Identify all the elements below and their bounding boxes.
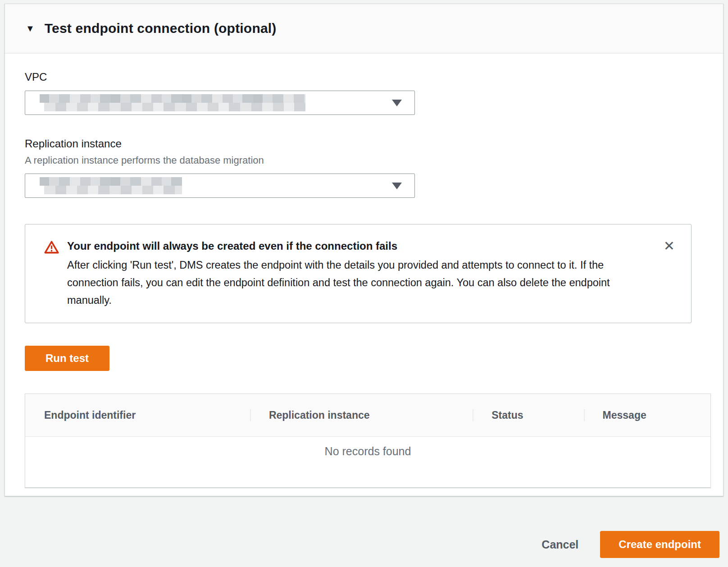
run-test-button[interactable]: Run test (25, 346, 109, 371)
replication-instance-description: A replication instance performs the data… (25, 155, 703, 166)
section-header[interactable]: ▼ Test endpoint connection (optional) (5, 4, 723, 54)
test-results-table: Endpoint identifier Replication instance… (25, 393, 711, 488)
warning-triangle-icon (44, 240, 59, 256)
table-empty-state: No records found (25, 437, 710, 487)
table-header-row: Endpoint identifier Replication instance… (25, 394, 710, 437)
page: ▼ Test endpoint connection (optional) VP… (0, 0, 728, 567)
alert-content: Your endpoint will always be created eve… (67, 239, 655, 309)
column-header-status: Status (473, 409, 583, 421)
alert-body: After clicking 'Run test', DMS creates t… (67, 256, 653, 309)
vpc-select[interactable] (25, 91, 415, 115)
cancel-button[interactable]: Cancel (541, 538, 578, 551)
empty-state-text: No records found (325, 445, 411, 458)
close-icon[interactable]: ✕ (664, 239, 675, 253)
column-header-endpoint-identifier: Endpoint identifier (25, 409, 250, 421)
column-header-replication-instance: Replication instance (250, 409, 473, 421)
replication-instance-label: Replication instance (25, 137, 703, 150)
section-body: VPC Replication instance A replication i… (5, 71, 723, 488)
vpc-label: VPC (25, 71, 703, 83)
alert-title: Your endpoint will always be created eve… (67, 239, 655, 253)
collapse-caret-icon[interactable]: ▼ (26, 24, 35, 33)
column-header-message: Message (584, 409, 710, 421)
footer-actions: Cancel Create endpoint (0, 531, 728, 558)
dropdown-caret-icon (392, 100, 402, 106)
replication-instance-select[interactable] (25, 174, 415, 198)
section-title: Test endpoint connection (optional) (45, 21, 277, 36)
replication-instance-redacted-value (40, 177, 182, 194)
dropdown-caret-icon (392, 183, 402, 189)
test-endpoint-section-card: ▼ Test endpoint connection (optional) VP… (5, 4, 723, 496)
create-endpoint-button[interactable]: Create endpoint (600, 531, 719, 558)
warning-alert: Your endpoint will always be created eve… (25, 224, 692, 323)
vpc-redacted-value (40, 94, 305, 111)
